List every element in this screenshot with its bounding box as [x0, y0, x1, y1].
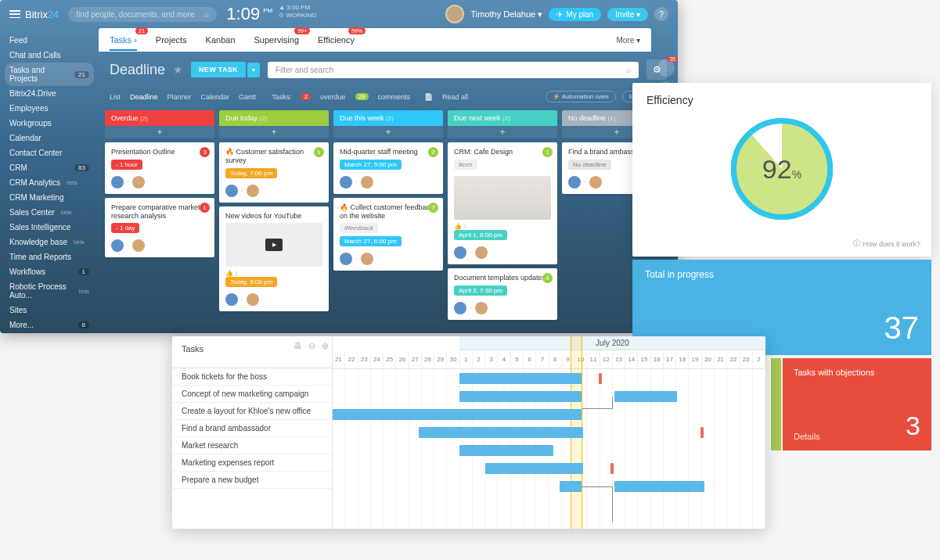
invite-button[interactable]: Invite ▾ — [607, 8, 648, 21]
sidebar-item[interactable]: Bitrix24.Drive — [0, 86, 99, 101]
filter-search[interactable]: Filter and search ⌕ — [268, 62, 639, 78]
gantt-day: 25 — [384, 350, 396, 368]
sidebar-item[interactable]: Employees — [0, 101, 99, 116]
kanban-card[interactable]: Presentation Outline3- 1 hour› — [105, 142, 214, 194]
gantt-bar[interactable] — [419, 427, 583, 438]
gantt-bar[interactable] — [560, 481, 582, 492]
sidebar-item[interactable]: Sites — [0, 303, 99, 318]
sitemap-link[interactable]: SITEMAP — [0, 332, 99, 333]
gantt-bar[interactable] — [614, 481, 704, 492]
add-card-button[interactable]: + — [333, 126, 443, 138]
user-name[interactable]: Timothy Delahue ▾ — [470, 9, 542, 20]
sidebar-item[interactable]: Robotic Process Auto...beta — [0, 279, 99, 303]
menu-icon[interactable] — [9, 10, 20, 18]
sidebar-item[interactable]: Knowledge basebeta — [0, 235, 99, 249]
tip-title: Total in progress — [645, 269, 919, 280]
gantt-bar[interactable] — [459, 445, 553, 456]
tab[interactable]: Kanban — [206, 35, 236, 45]
subtab-list[interactable]: List — [110, 93, 121, 101]
gantt-day: 22 — [727, 350, 740, 368]
sidebar-item[interactable]: Chat and Calls — [0, 48, 99, 63]
gantt-day: 26 — [396, 350, 409, 368]
help-icon[interactable]: ? — [654, 7, 668, 21]
gantt-day: 29 — [434, 350, 447, 368]
kanban-card[interactable]: Prepare comparative market research anal… — [105, 198, 214, 258]
sidebar-item[interactable]: Sales Centerbeta — [0, 205, 99, 220]
search-placeholder: find people, documents, and more — [76, 10, 194, 19]
how-does-it-work-link[interactable]: ⓘ How does it work? — [853, 239, 920, 249]
notif-icon[interactable]: 35 — [657, 59, 675, 77]
subtab-deadline[interactable]: Deadline — [130, 93, 158, 101]
gantt-day: 2 — [753, 350, 765, 368]
gantt-day: 6 — [524, 350, 536, 368]
sidebar-item[interactable]: Workgroups — [0, 116, 99, 131]
gantt-day: 3 — [485, 350, 498, 368]
sidebar-item[interactable]: Workflows1 — [0, 264, 99, 279]
details-link[interactable]: Details — [794, 432, 820, 441]
gantt-day: 17 — [664, 350, 676, 368]
sidebar-item[interactable]: CRM83 — [0, 160, 99, 175]
kanban-card[interactable]: 🔥 Customer satisfaction survey1Today, 7:… — [219, 142, 329, 203]
global-search[interactable]: find people, documents, and more ⌕ — [68, 7, 217, 22]
subtab-gantt[interactable]: Gantt — [239, 93, 256, 101]
tabs-more[interactable]: More ▾ — [616, 36, 640, 45]
sidebar-item[interactable]: Tasks and Projects21 — [5, 63, 94, 86]
read-all-link[interactable]: Read all — [442, 93, 468, 101]
kanban-card[interactable]: Document templates updates4April 2, 7:30… — [448, 268, 557, 320]
add-card-button[interactable]: + — [448, 126, 557, 138]
column-header[interactable]: Due today (2) — [219, 110, 329, 126]
sidebar-item[interactable]: Sales Intelligence — [0, 220, 99, 235]
gantt-task-row[interactable]: Find a brand ambassador — [172, 420, 332, 437]
kanban-card[interactable]: New videos for YouTube▶👍 1Today, 9:00 pm… — [219, 206, 329, 312]
star-icon[interactable]: ★ — [173, 63, 183, 76]
kanban-card[interactable]: 🔥 Collect customer feedback on the websi… — [333, 198, 443, 271]
gantt-bar[interactable] — [614, 391, 677, 402]
sidebar-item[interactable]: More...8 — [0, 318, 99, 332]
column-header[interactable]: Overdue (2) — [105, 110, 214, 126]
kanban-card[interactable]: Mid-quarter staff meeting2March 27, 5:00… — [333, 142, 443, 194]
gantt-day: 28 — [422, 350, 434, 368]
gantt-task-row[interactable]: Concept of new marketing campaign — [172, 386, 332, 403]
gantt-bar[interactable] — [459, 391, 582, 402]
page-title: Deadline — [110, 62, 165, 78]
gantt-day: 20 — [702, 350, 715, 368]
subtab-planner[interactable]: Planner — [167, 93, 192, 101]
comments-label: comments — [378, 93, 411, 101]
add-card-button[interactable]: + — [105, 126, 214, 138]
tab[interactable]: Efficiency59% — [318, 35, 355, 45]
column-header[interactable]: Due next week (2) — [448, 110, 557, 126]
sidebar-item[interactable]: Contact Center — [0, 145, 99, 160]
gantt-day: 11 — [587, 350, 600, 368]
gantt-task-row[interactable]: Book tickets for the boss — [172, 368, 332, 386]
user-avatar[interactable] — [445, 5, 464, 23]
sidebar-item[interactable]: Calendar — [0, 131, 99, 145]
zoom-in-icon[interactable]: ⊕ — [322, 341, 329, 351]
gantt-task-row[interactable]: Prepare a new budget — [172, 472, 332, 489]
new-task-dropdown[interactable]: ▾ — [247, 63, 260, 77]
add-card-button[interactable]: + — [219, 126, 329, 138]
sidebar-item[interactable]: Feed — [0, 33, 99, 48]
my-plan-button[interactable]: ✈ My plan — [549, 8, 601, 21]
zoom-out-icon[interactable]: ⊖ — [308, 341, 315, 351]
gantt-task-row[interactable]: Market research — [172, 437, 332, 454]
tab[interactable]: Tasks ›21 — [110, 35, 137, 51]
percent-sign: % — [792, 168, 801, 181]
kanban-card[interactable]: CRM: Cafe Design1#crm👍 1April 1, 8:00 pm… — [448, 142, 557, 264]
tab[interactable]: Supervising99+ — [254, 35, 299, 45]
gantt-task-row[interactable]: Create a layout for Khloe's new office — [172, 403, 332, 420]
gantt-task-row[interactable]: Marketing expenses report — [172, 454, 332, 472]
subtab-calendar[interactable]: Calendar — [201, 93, 230, 101]
automation-button[interactable]: ⚡ Automation rules — [546, 91, 616, 102]
new-task-button[interactable]: NEW TASK — [191, 62, 246, 77]
sidebar-item[interactable]: Time and Reports — [0, 249, 99, 264]
gantt-bar[interactable] — [485, 463, 583, 474]
sidebar-item[interactable]: CRM Marketing — [0, 190, 99, 205]
logo[interactable]: Bitrix24 — [9, 9, 59, 20]
tab[interactable]: Projects — [156, 35, 187, 45]
sidebar-item[interactable]: CRM Analyticsbeta — [0, 175, 99, 190]
gantt-timeline[interactable]: July 2020 212223242526272829301234567891… — [333, 336, 765, 529]
column-header[interactable]: Due this week (2) — [333, 110, 443, 126]
print-icon[interactable]: 🖶 — [294, 341, 302, 351]
gantt-bar[interactable] — [459, 373, 582, 384]
gantt-bar[interactable] — [333, 409, 582, 420]
